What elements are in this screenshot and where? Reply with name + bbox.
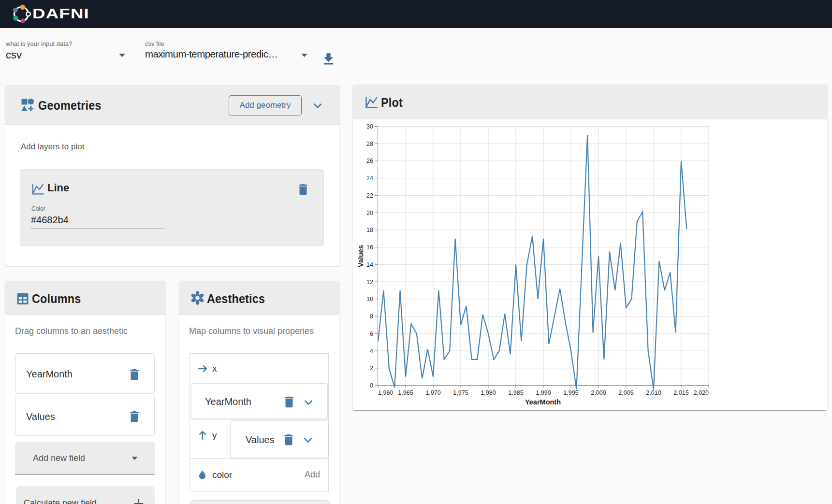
svg-text:8: 8 xyxy=(370,313,373,320)
svg-text:28: 28 xyxy=(366,141,373,147)
svg-text:2,015: 2,015 xyxy=(673,389,688,396)
svg-text:16: 16 xyxy=(366,244,373,251)
svg-text:1,975: 1,975 xyxy=(453,389,468,396)
svg-text:2,000: 2,000 xyxy=(591,389,606,396)
svg-text:1,965: 1,965 xyxy=(398,389,413,396)
svg-text:1,995: 1,995 xyxy=(563,389,578,396)
svg-text:1,970: 1,970 xyxy=(425,389,440,396)
svg-text:0: 0 xyxy=(370,382,373,389)
svg-text:2: 2 xyxy=(370,365,373,372)
svg-text:2,010: 2,010 xyxy=(646,389,661,396)
svg-text:22: 22 xyxy=(366,192,373,199)
svg-text:12: 12 xyxy=(366,279,373,286)
svg-text:YearMonth: YearMonth xyxy=(525,398,561,406)
svg-text:30: 30 xyxy=(366,123,373,130)
svg-text:14: 14 xyxy=(366,261,373,268)
svg-text:1,990: 1,990 xyxy=(536,389,551,396)
svg-text:2,020: 2,020 xyxy=(694,389,709,396)
svg-text:26: 26 xyxy=(366,158,373,164)
svg-text:6: 6 xyxy=(370,331,373,337)
svg-text:18: 18 xyxy=(366,227,373,233)
svg-text:1,985: 1,985 xyxy=(508,389,523,396)
svg-text:20: 20 xyxy=(366,210,373,216)
svg-text:4: 4 xyxy=(370,348,373,355)
svg-text:Values: Values xyxy=(357,245,365,267)
svg-text:10: 10 xyxy=(366,296,373,302)
svg-text:24: 24 xyxy=(366,175,373,182)
svg-text:1,980: 1,980 xyxy=(481,389,496,396)
svg-text:2,005: 2,005 xyxy=(618,389,633,396)
svg-text:1,960: 1,960 xyxy=(378,389,393,396)
